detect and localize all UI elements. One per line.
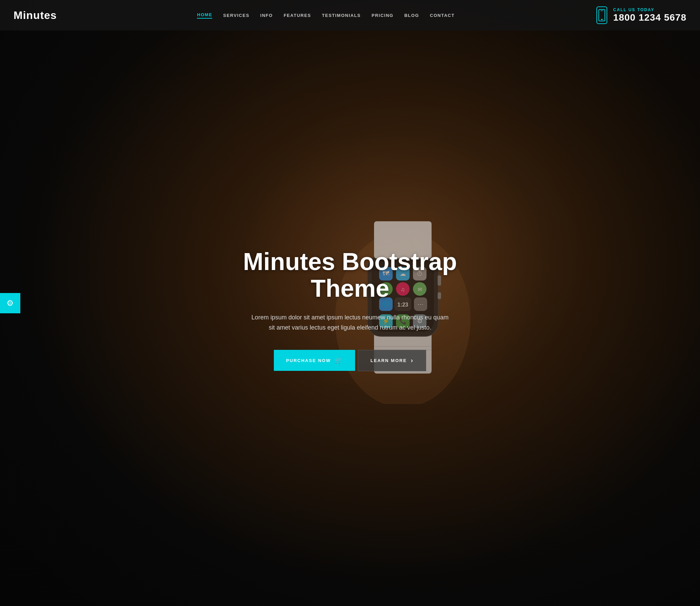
hero-title: Minutes Bootstrap Theme — [225, 248, 475, 302]
nav-item-info[interactable]: INFO — [260, 13, 273, 18]
phone-number[interactable]: 1800 1234 5678 — [613, 12, 686, 23]
hero-content: Minutes Bootstrap Theme Lorem ipsum dolo… — [218, 248, 482, 371]
nav-item-blog[interactable]: BLOG — [404, 13, 419, 18]
phone-icon — [596, 6, 607, 24]
cart-icon: 🛒 — [335, 357, 343, 364]
svg-rect-1 — [601, 19, 603, 20]
learn-label: LEARN MORE — [370, 358, 407, 363]
purchase-now-button[interactable]: PURCHASE NOW 🛒 — [274, 350, 355, 371]
phone-icon-wrap — [595, 6, 609, 25]
call-label: CALL US TODAY — [613, 7, 686, 12]
gear-icon: ⚙ — [6, 298, 14, 308]
nav-item-home[interactable]: HOME — [197, 12, 212, 19]
main-nav: HOME SERVICES INFO FEATURES TESTIMONIALS… — [197, 12, 455, 19]
purchase-label: PURCHASE NOW — [286, 358, 331, 363]
hero-description: Lorem ipsum dolor sit amet ipsum lectus … — [248, 312, 452, 333]
nav-item-contact[interactable]: CONTACT — [430, 13, 455, 18]
nav-item-services[interactable]: SERVICES — [223, 13, 249, 18]
settings-button[interactable]: ⚙ — [0, 293, 20, 313]
nav-item-features[interactable]: FEATURES — [284, 13, 311, 18]
svg-rect-2 — [600, 10, 603, 11]
site-logo[interactable]: Minutes — [14, 9, 57, 22]
learn-more-button[interactable]: LEARN MORE › — [358, 350, 426, 371]
hero-section: 🗺 ☁ ⏱ ♾ ♫ ✉ 🌐 — [0, 0, 700, 606]
nav-item-testimonials[interactable]: TESTIMONIALS — [322, 13, 361, 18]
site-header: Minutes HOME SERVICES INFO FEATURES TEST… — [0, 0, 700, 30]
contact-info: CALL US TODAY 1800 1234 5678 — [595, 6, 686, 25]
hero-buttons: PURCHASE NOW 🛒 LEARN MORE › — [225, 350, 475, 371]
nav-item-pricing[interactable]: PRICING — [372, 13, 394, 18]
contact-text: CALL US TODAY 1800 1234 5678 — [613, 7, 686, 23]
chevron-right-icon: › — [411, 357, 414, 364]
